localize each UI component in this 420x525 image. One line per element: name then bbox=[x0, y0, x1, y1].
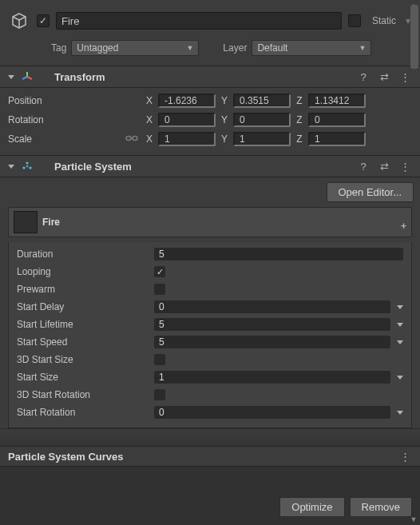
dropdown-icon[interactable] bbox=[397, 323, 403, 327]
open-editor-button[interactable]: Open Editor... bbox=[327, 182, 414, 202]
duration-label: Duration bbox=[17, 249, 151, 260]
scale-y-input[interactable] bbox=[233, 132, 291, 146]
start-lifetime-input[interactable]: 5 bbox=[154, 318, 390, 331]
start-size-input[interactable]: 1 bbox=[154, 371, 390, 384]
rotation-x-input[interactable] bbox=[158, 113, 216, 127]
particle-system-foldout[interactable] bbox=[8, 165, 14, 169]
scale-z-input[interactable] bbox=[308, 132, 366, 146]
context-menu-icon[interactable]: ⋮ bbox=[398, 70, 412, 84]
transform-foldout[interactable] bbox=[8, 75, 14, 79]
chevron-down-icon: ▼ bbox=[186, 44, 193, 52]
rotation-label: Rotation bbox=[8, 114, 141, 125]
position-z-input[interactable] bbox=[308, 93, 366, 108]
start-size-3d-checkbox[interactable] bbox=[154, 354, 165, 365]
remove-button[interactable]: Remove bbox=[350, 497, 412, 517]
start-rotation-label: Start Rotation bbox=[17, 407, 151, 418]
looping-label: Looping bbox=[17, 266, 151, 277]
dropdown-icon[interactable] bbox=[397, 411, 403, 415]
start-delay-input[interactable]: 0 bbox=[154, 300, 390, 313]
scale-x-input[interactable] bbox=[158, 132, 216, 146]
layer-dropdown[interactable]: Default ▼ bbox=[252, 40, 371, 56]
y-label: Y bbox=[219, 114, 230, 125]
scale-label: Scale bbox=[8, 133, 32, 145]
context-menu-icon[interactable]: ⋮ bbox=[398, 159, 412, 173]
dropdown-icon[interactable] bbox=[397, 376, 403, 380]
tag-dropdown[interactable]: Untagged ▼ bbox=[71, 40, 199, 56]
z-label: Z bbox=[294, 114, 305, 125]
transform-title: Transform bbox=[54, 71, 105, 83]
svg-point-9 bbox=[26, 165, 28, 167]
start-delay-label: Start Delay bbox=[17, 301, 151, 312]
start-lifetime-label: Start Lifetime bbox=[17, 319, 151, 330]
particle-module-name: Fire bbox=[42, 217, 60, 228]
start-speed-label: Start Speed bbox=[17, 336, 151, 348]
x-label: X bbox=[144, 95, 155, 106]
particle-color-swatch[interactable] bbox=[14, 211, 38, 233]
prewarm-checkbox[interactable] bbox=[154, 284, 165, 295]
preset-icon[interactable]: ⇄ bbox=[377, 159, 391, 173]
svg-line-1 bbox=[27, 77, 32, 79]
start-size-label: Start Size bbox=[17, 372, 151, 383]
tag-value: Untagged bbox=[77, 42, 118, 54]
start-size-3d-label: 3D Start Size bbox=[17, 354, 151, 365]
svg-line-2 bbox=[22, 77, 27, 79]
rotation-y-input[interactable] bbox=[233, 113, 291, 127]
svg-point-6 bbox=[26, 161, 28, 164]
x-label: X bbox=[144, 133, 155, 145]
start-rotation-3d-label: 3D Start Rotation bbox=[17, 389, 151, 400]
start-rotation-3d-checkbox[interactable] bbox=[154, 389, 165, 400]
dropdown-icon[interactable] bbox=[397, 305, 403, 309]
context-menu-icon[interactable]: ⋮ bbox=[398, 449, 412, 463]
duration-input[interactable]: 5 bbox=[154, 248, 403, 261]
tag-label: Tag bbox=[51, 42, 66, 54]
layer-value: Default bbox=[257, 42, 287, 54]
position-x-input[interactable] bbox=[158, 93, 216, 108]
help-icon[interactable]: ? bbox=[356, 70, 370, 84]
rotation-z-input[interactable] bbox=[308, 113, 366, 127]
x-label: X bbox=[144, 114, 155, 125]
preset-icon[interactable]: ⇄ bbox=[377, 70, 391, 84]
constrain-proportions-icon[interactable] bbox=[125, 133, 139, 145]
static-label: Static bbox=[372, 15, 396, 26]
optimize-button[interactable]: Optimize bbox=[279, 497, 344, 517]
start-speed-input[interactable]: 5 bbox=[154, 336, 390, 348]
y-label: Y bbox=[219, 133, 230, 145]
transform-icon bbox=[21, 70, 34, 83]
active-checkbox[interactable] bbox=[37, 14, 50, 27]
gameobject-cube-icon bbox=[8, 10, 30, 32]
position-label: Position bbox=[8, 95, 141, 106]
static-dropdown-icon[interactable]: ▾ bbox=[406, 15, 410, 26]
looping-checkbox[interactable] bbox=[154, 266, 165, 277]
y-label: Y bbox=[219, 95, 230, 106]
help-icon[interactable]: ? bbox=[356, 159, 370, 173]
position-y-input[interactable] bbox=[233, 93, 291, 108]
z-label: Z bbox=[294, 95, 305, 106]
svg-point-7 bbox=[22, 166, 25, 169]
svg-point-8 bbox=[29, 166, 31, 169]
layer-label: Layer bbox=[223, 42, 247, 54]
particle-system-title: Particle System bbox=[54, 161, 132, 173]
chevron-down-icon: ▼ bbox=[359, 44, 366, 52]
prewarm-label: Prewarm bbox=[17, 284, 151, 295]
curves-title: Particle System Curves bbox=[8, 451, 124, 463]
add-module-button[interactable]: + bbox=[401, 221, 406, 232]
start-rotation-input[interactable]: 0 bbox=[154, 406, 390, 419]
z-label: Z bbox=[294, 133, 305, 145]
dropdown-icon[interactable] bbox=[397, 340, 403, 344]
particle-system-icon bbox=[21, 160, 34, 173]
gameobject-name-input[interactable] bbox=[56, 12, 342, 30]
static-checkbox[interactable] bbox=[348, 14, 361, 27]
